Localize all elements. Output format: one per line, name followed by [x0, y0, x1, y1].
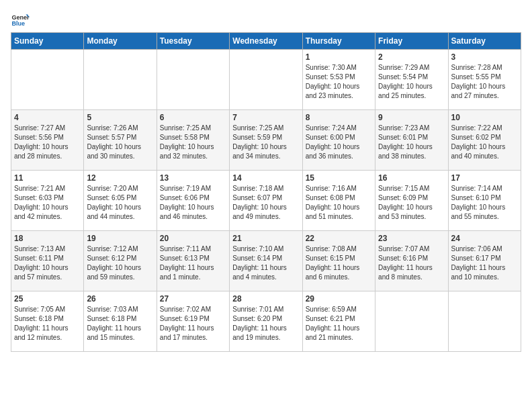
calendar-cell-w4-d5 [375, 291, 448, 352]
logo-icon: General Blue [11, 11, 30, 30]
day-info: Sunrise: 7:20 AM Sunset: 6:05 PM Dayligh… [87, 184, 153, 222]
day-info: Sunrise: 7:22 AM Sunset: 6:02 PM Dayligh… [451, 124, 518, 161]
day-number: 3 [451, 52, 518, 62]
calendar-cell-w0-d3 [230, 50, 302, 110]
calendar-cell-w2-d0: 11Sunrise: 7:21 AM Sunset: 6:03 PM Dayli… [11, 171, 84, 231]
day-number: 17 [451, 173, 518, 183]
calendar-week-3: 18Sunrise: 7:13 AM Sunset: 6:11 PM Dayli… [11, 231, 521, 291]
calendar-cell-w2-d3: 14Sunrise: 7:18 AM Sunset: 6:07 PM Dayli… [230, 171, 302, 231]
calendar-cell-w2-d2: 13Sunrise: 7:19 AM Sunset: 6:06 PM Dayli… [157, 171, 229, 231]
day-number: 10 [451, 113, 518, 122]
day-info: Sunrise: 7:21 AM Sunset: 6:03 PM Dayligh… [14, 184, 81, 222]
day-number: 14 [232, 173, 299, 183]
day-info: Sunrise: 6:59 AM Sunset: 6:21 PM Dayligh… [306, 305, 372, 342]
day-info: Sunrise: 7:18 AM Sunset: 6:07 PM Dayligh… [232, 184, 299, 222]
day-number: 22 [306, 234, 372, 243]
day-info: Sunrise: 7:15 AM Sunset: 6:09 PM Dayligh… [378, 184, 445, 222]
day-info: Sunrise: 7:02 AM Sunset: 6:19 PM Dayligh… [160, 305, 226, 342]
calendar-cell-w2-d6: 17Sunrise: 7:14 AM Sunset: 6:10 PM Dayli… [448, 171, 521, 231]
calendar-cell-w0-d5: 2Sunrise: 7:29 AM Sunset: 5:54 PM Daylig… [375, 50, 448, 110]
calendar-cell-w2-d4: 15Sunrise: 7:16 AM Sunset: 6:08 PM Dayli… [302, 171, 375, 231]
calendar-cell-w3-d2: 20Sunrise: 7:11 AM Sunset: 6:13 PM Dayli… [157, 231, 229, 291]
day-number: 25 [14, 294, 81, 304]
calendar-cell-w1-d2: 6Sunrise: 7:25 AM Sunset: 5:58 PM Daylig… [157, 110, 229, 171]
day-number: 19 [87, 234, 153, 243]
calendar-cell-w4-d6 [448, 291, 521, 352]
calendar-cell-w1-d0: 4Sunrise: 7:27 AM Sunset: 5:56 PM Daylig… [11, 110, 84, 171]
day-number: 11 [14, 173, 81, 183]
calendar-cell-w4-d2: 27Sunrise: 7:02 AM Sunset: 6:19 PM Dayli… [157, 291, 229, 352]
day-info: Sunrise: 7:03 AM Sunset: 6:18 PM Dayligh… [87, 305, 153, 342]
day-info: Sunrise: 7:05 AM Sunset: 6:18 PM Dayligh… [14, 305, 81, 342]
day-number: 5 [87, 113, 153, 122]
day-number: 12 [87, 173, 153, 183]
calendar-cell-w4-d4: 29Sunrise: 6:59 AM Sunset: 6:21 PM Dayli… [302, 291, 375, 352]
day-info: Sunrise: 7:06 AM Sunset: 6:17 PM Dayligh… [451, 244, 518, 282]
calendar-header-friday: Friday [375, 33, 448, 50]
day-info: Sunrise: 7:13 AM Sunset: 6:11 PM Dayligh… [14, 244, 81, 282]
day-info: Sunrise: 7:10 AM Sunset: 6:14 PM Dayligh… [232, 244, 299, 282]
calendar-cell-w2-d5: 16Sunrise: 7:15 AM Sunset: 6:09 PM Dayli… [375, 171, 448, 231]
calendar-cell-w4-d0: 25Sunrise: 7:05 AM Sunset: 6:18 PM Dayli… [11, 291, 84, 352]
calendar-cell-w1-d6: 10Sunrise: 7:22 AM Sunset: 6:02 PM Dayli… [448, 110, 521, 171]
day-number: 24 [451, 234, 518, 243]
calendar-cell-w1-d5: 9Sunrise: 7:23 AM Sunset: 6:01 PM Daylig… [375, 110, 448, 171]
day-number: 27 [160, 294, 226, 304]
day-info: Sunrise: 7:25 AM Sunset: 5:58 PM Dayligh… [160, 124, 226, 161]
calendar-cell-w1-d4: 8Sunrise: 7:24 AM Sunset: 6:00 PM Daylig… [302, 110, 375, 171]
calendar-cell-w3-d3: 21Sunrise: 7:10 AM Sunset: 6:14 PM Dayli… [230, 231, 302, 291]
day-number: 20 [160, 234, 226, 243]
calendar-header-wednesday: Wednesday [230, 33, 302, 50]
calendar-header-sunday: Sunday [11, 33, 84, 50]
day-number: 26 [87, 294, 153, 304]
calendar-header-thursday: Thursday [302, 33, 375, 50]
day-number: 21 [232, 234, 299, 243]
day-info: Sunrise: 7:19 AM Sunset: 6:06 PM Dayligh… [160, 184, 226, 222]
calendar: SundayMondayTuesdayWednesdayThursdayFrid… [11, 32, 521, 352]
day-info: Sunrise: 7:16 AM Sunset: 6:08 PM Dayligh… [306, 184, 372, 222]
calendar-cell-w0-d1 [84, 50, 157, 110]
day-info: Sunrise: 7:28 AM Sunset: 5:55 PM Dayligh… [451, 63, 518, 101]
day-info: Sunrise: 7:11 AM Sunset: 6:13 PM Dayligh… [160, 244, 226, 282]
day-number: 23 [378, 234, 445, 243]
day-info: Sunrise: 7:27 AM Sunset: 5:56 PM Dayligh… [14, 124, 81, 161]
day-info: Sunrise: 7:26 AM Sunset: 5:57 PM Dayligh… [87, 124, 153, 161]
day-number: 4 [14, 113, 81, 122]
calendar-header-row: SundayMondayTuesdayWednesdayThursdayFrid… [11, 33, 521, 50]
calendar-cell-w4-d1: 26Sunrise: 7:03 AM Sunset: 6:18 PM Dayli… [84, 291, 157, 352]
day-info: Sunrise: 7:23 AM Sunset: 6:01 PM Dayligh… [378, 124, 445, 161]
calendar-cell-w1-d3: 7Sunrise: 7:25 AM Sunset: 5:59 PM Daylig… [230, 110, 302, 171]
day-number: 9 [378, 113, 445, 122]
calendar-cell-w2-d1: 12Sunrise: 7:20 AM Sunset: 6:05 PM Dayli… [84, 171, 157, 231]
calendar-cell-w0-d4: 1Sunrise: 7:30 AM Sunset: 5:53 PM Daylig… [302, 50, 375, 110]
calendar-cell-w0-d0 [11, 50, 84, 110]
logo: General Blue [11, 11, 32, 30]
calendar-week-2: 11Sunrise: 7:21 AM Sunset: 6:03 PM Dayli… [11, 171, 521, 231]
day-info: Sunrise: 7:29 AM Sunset: 5:54 PM Dayligh… [378, 63, 445, 101]
day-number: 16 [378, 173, 445, 183]
calendar-header-monday: Monday [84, 33, 157, 50]
calendar-cell-w3-d0: 18Sunrise: 7:13 AM Sunset: 6:11 PM Dayli… [11, 231, 84, 291]
calendar-cell-w3-d5: 23Sunrise: 7:07 AM Sunset: 6:16 PM Dayli… [375, 231, 448, 291]
calendar-header-tuesday: Tuesday [157, 33, 229, 50]
calendar-cell-w3-d6: 24Sunrise: 7:06 AM Sunset: 6:17 PM Dayli… [448, 231, 521, 291]
calendar-cell-w3-d4: 22Sunrise: 7:08 AM Sunset: 6:15 PM Dayli… [302, 231, 375, 291]
day-number: 15 [306, 173, 372, 183]
calendar-week-0: 1Sunrise: 7:30 AM Sunset: 5:53 PM Daylig… [11, 50, 521, 110]
calendar-cell-w3-d1: 19Sunrise: 7:12 AM Sunset: 6:12 PM Dayli… [84, 231, 157, 291]
calendar-cell-w1-d1: 5Sunrise: 7:26 AM Sunset: 5:57 PM Daylig… [84, 110, 157, 171]
header: General Blue [11, 11, 521, 30]
calendar-cell-w4-d3: 28Sunrise: 7:01 AM Sunset: 6:20 PM Dayli… [230, 291, 302, 352]
day-number: 29 [306, 294, 372, 304]
day-info: Sunrise: 7:24 AM Sunset: 6:00 PM Dayligh… [306, 124, 372, 161]
svg-text:Blue: Blue [11, 20, 25, 27]
day-info: Sunrise: 7:14 AM Sunset: 6:10 PM Dayligh… [451, 184, 518, 222]
day-info: Sunrise: 7:01 AM Sunset: 6:20 PM Dayligh… [232, 305, 299, 342]
day-number: 18 [14, 234, 81, 243]
calendar-week-1: 4Sunrise: 7:27 AM Sunset: 5:56 PM Daylig… [11, 110, 521, 171]
day-number: 7 [232, 113, 299, 122]
calendar-cell-w0-d2 [157, 50, 229, 110]
calendar-cell-w0-d6: 3Sunrise: 7:28 AM Sunset: 5:55 PM Daylig… [448, 50, 521, 110]
day-number: 28 [232, 294, 299, 304]
day-info: Sunrise: 7:25 AM Sunset: 5:59 PM Dayligh… [232, 124, 299, 161]
